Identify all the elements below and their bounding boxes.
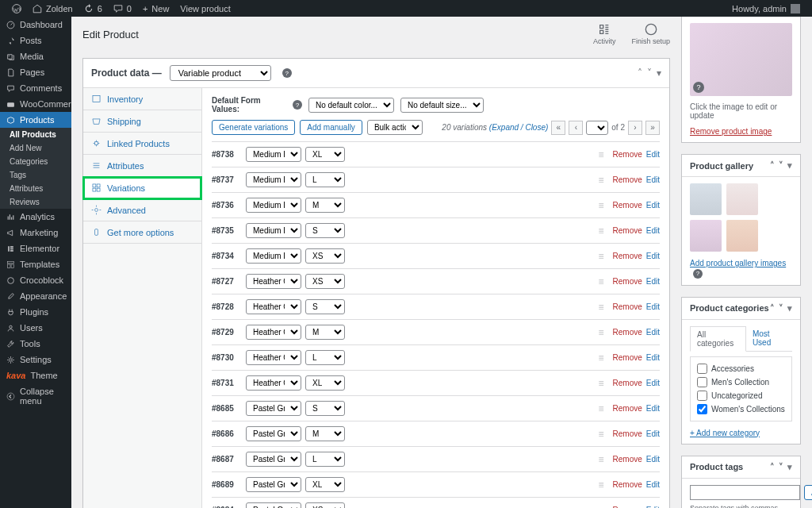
sidebar-item-dashboard[interactable]: Dashboard: [0, 17, 71, 33]
variation-size-select[interactable]: XL: [305, 477, 345, 492]
site-link[interactable]: Zolden: [27, 4, 79, 13]
variation-size-select[interactable]: XS: [305, 274, 345, 289]
help-icon[interactable]: ?: [293, 100, 302, 110]
edit-variation-link[interactable]: Edit: [646, 379, 660, 387]
widget-down-icon[interactable]: ˅: [779, 160, 783, 171]
variation-size-select[interactable]: S: [305, 223, 345, 238]
variation-color-select[interactable]: Heather Grey: [246, 325, 301, 340]
pager-first[interactable]: «: [551, 121, 565, 135]
sidebar-sub-all-products[interactable]: All Products: [0, 128, 71, 141]
help-icon[interactable]: ?: [693, 269, 703, 279]
widget-toggle-icon[interactable]: ▾: [787, 160, 792, 171]
variation-color-select[interactable]: Heather Grey: [246, 274, 301, 289]
sidebar-sub-reviews[interactable]: Reviews: [0, 195, 71, 209]
edit-variation-link[interactable]: Edit: [646, 150, 660, 159]
drag-handle-icon[interactable]: ≡: [599, 175, 604, 186]
pager-next[interactable]: ›: [628, 121, 642, 135]
variation-size-select[interactable]: XS: [305, 502, 345, 508]
variation-size-select[interactable]: S: [305, 401, 345, 416]
variation-color-select[interactable]: Pastel Grey: [246, 477, 301, 492]
new-link[interactable]: +New: [137, 4, 174, 13]
default-size-select[interactable]: No default size...: [400, 98, 484, 113]
remove-variation-link[interactable]: Remove: [613, 277, 642, 286]
tab-all-categories[interactable]: All categories: [690, 326, 746, 352]
edit-variation-link[interactable]: Edit: [646, 175, 660, 184]
sidebar-item-crocoblock[interactable]: Crocoblock: [0, 272, 71, 288]
category-item[interactable]: Men's Collection: [697, 375, 785, 389]
remove-variation-link[interactable]: Remove: [613, 455, 642, 464]
drag-handle-icon[interactable]: ≡: [599, 479, 604, 491]
remove-variation-link[interactable]: Remove: [613, 429, 642, 438]
view-product-link[interactable]: View product: [174, 4, 236, 13]
panel-up-icon[interactable]: ˄: [638, 67, 642, 79]
variation-color-select[interactable]: Pastel Grey: [246, 426, 301, 441]
drag-handle-icon[interactable]: ≡: [599, 276, 604, 287]
gallery-thumb[interactable]: [690, 183, 722, 215]
sidebar-item-marketing[interactable]: Marketing: [0, 225, 71, 241]
widget-toggle-icon[interactable]: ▾: [787, 303, 792, 314]
remove-variation-link[interactable]: Remove: [613, 328, 642, 337]
add-manually-button[interactable]: Add manually: [300, 120, 362, 135]
category-checkbox[interactable]: [697, 404, 707, 414]
tab-most-used[interactable]: Most Used: [746, 326, 792, 351]
widget-up-icon[interactable]: ˄: [770, 160, 775, 171]
pager-prev[interactable]: ‹: [569, 121, 583, 135]
add-gallery-link[interactable]: Add product gallery images: [690, 259, 786, 267]
panel-toggle-icon[interactable]: ▾: [657, 67, 661, 79]
sidebar-item-tools[interactable]: Tools: [0, 336, 71, 352]
variation-color-select[interactable]: Heather Grey: [246, 299, 301, 314]
variation-size-select[interactable]: XL: [305, 375, 345, 391]
category-item[interactable]: Accessories: [697, 362, 785, 375]
sidebar-item-settings[interactable]: Settings: [0, 352, 71, 368]
variation-color-select[interactable]: Medium Brown: [246, 172, 301, 187]
sidebar-item-elementor[interactable]: Elementor: [0, 241, 71, 256]
remove-variation-link[interactable]: Remove: [613, 252, 642, 260]
activity-link[interactable]: Activity: [593, 23, 616, 45]
collapse-menu[interactable]: Collapse menu: [0, 383, 71, 409]
product-tab-get-more-options[interactable]: Get more options: [83, 221, 201, 244]
sidebar-item-products[interactable]: Products: [0, 112, 71, 128]
sidebar-sub-categories[interactable]: Categories: [0, 155, 71, 168]
panel-down-icon[interactable]: ˅: [647, 67, 652, 79]
product-tab-shipping[interactable]: Shipping: [83, 110, 201, 133]
updates-link[interactable]: 6: [79, 4, 108, 13]
drag-handle-icon[interactable]: ≡: [599, 454, 604, 465]
drag-handle-icon[interactable]: ≡: [599, 429, 604, 440]
drag-handle-icon[interactable]: ≡: [599, 200, 604, 211]
sidebar-sub-add-new[interactable]: Add New: [0, 141, 71, 155]
product-image[interactable]: ?: [690, 23, 792, 96]
variation-color-select[interactable]: Pastel Grey: [246, 401, 301, 416]
widget-up-icon[interactable]: ˄: [770, 303, 775, 314]
category-checkbox[interactable]: [697, 364, 707, 374]
sidebar-sub-attributes[interactable]: Attributes: [0, 182, 71, 195]
remove-variation-link[interactable]: Remove: [613, 379, 642, 387]
variation-size-select[interactable]: XS: [305, 248, 345, 264]
variation-color-select[interactable]: Medium Brown: [246, 147, 301, 162]
remove-variation-link[interactable]: Remove: [613, 226, 642, 235]
variation-size-select[interactable]: L: [305, 350, 345, 365]
sidebar-item-plugins[interactable]: Plugins: [0, 304, 71, 320]
product-tab-variations[interactable]: Variations: [83, 177, 201, 199]
drag-handle-icon[interactable]: ≡: [599, 302, 604, 313]
category-item[interactable]: Uncategorized: [697, 389, 785, 402]
variation-size-select[interactable]: M: [305, 198, 345, 213]
widget-up-icon[interactable]: ˄: [770, 462, 775, 472]
default-color-select[interactable]: No default color...: [308, 98, 394, 113]
finish-setup-link[interactable]: Finish setup: [631, 23, 670, 45]
remove-image-link[interactable]: Remove product image: [690, 127, 772, 136]
gallery-thumb[interactable]: [726, 183, 758, 215]
variation-size-select[interactable]: L: [305, 172, 345, 187]
sidebar-item-posts[interactable]: Posts: [0, 33, 71, 48]
drag-handle-icon[interactable]: ≡: [599, 352, 604, 364]
product-tab-linked-products[interactable]: Linked Products: [83, 133, 201, 155]
remove-variation-link[interactable]: Remove: [613, 353, 642, 362]
drag-handle-icon[interactable]: ≡: [599, 327, 604, 338]
drag-handle-icon[interactable]: ≡: [599, 505, 604, 509]
help-icon[interactable]: ?: [282, 68, 292, 78]
product-tab-advanced[interactable]: Advanced: [83, 199, 201, 221]
edit-variation-link[interactable]: Edit: [646, 455, 660, 464]
variation-size-select[interactable]: L: [305, 452, 345, 467]
edit-variation-link[interactable]: Edit: [646, 480, 660, 489]
variation-color-select[interactable]: Medium Brown: [246, 198, 301, 213]
sidebar-item-theme[interactable]: kava Theme: [0, 368, 71, 383]
